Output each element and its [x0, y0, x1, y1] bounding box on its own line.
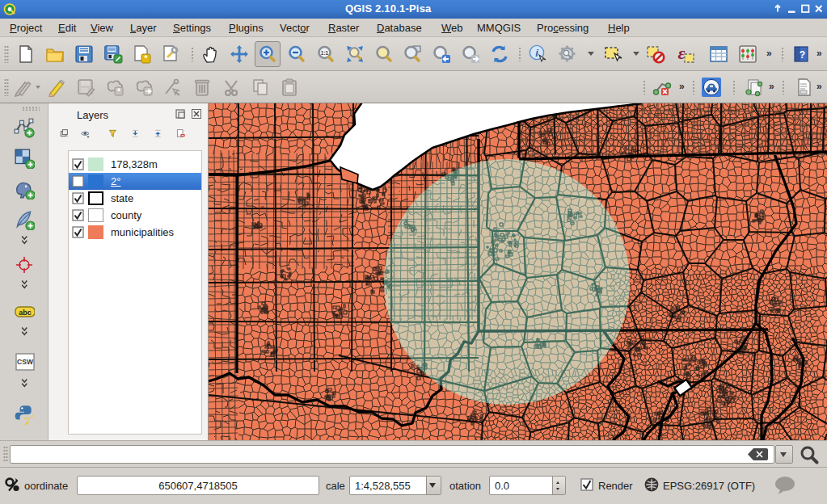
svg-text:ε: ε — [677, 44, 685, 63]
svg-text:CSW: CSW — [17, 358, 34, 366]
svg-text:?: ? — [800, 49, 805, 61]
svg-text:*: * — [145, 54, 148, 63]
svg-text:i: i — [535, 47, 538, 59]
svg-text:*: * — [117, 87, 120, 96]
svg-text:abc: abc — [19, 309, 32, 317]
svg-text:1:1: 1:1 — [321, 50, 329, 56]
